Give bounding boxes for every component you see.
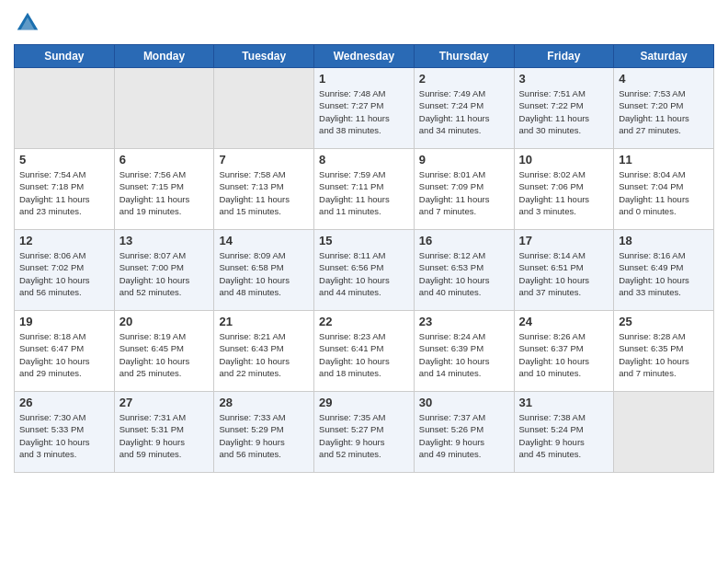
day-number: 7 bbox=[219, 153, 309, 167]
calendar-cell: 16Sunrise: 8:12 AM Sunset: 6:53 PM Dayli… bbox=[414, 230, 514, 311]
day-info: Sunrise: 8:21 AM Sunset: 6:43 PM Dayligh… bbox=[219, 330, 309, 379]
day-header-wednesday: Wednesday bbox=[314, 45, 415, 68]
day-number: 13 bbox=[119, 234, 210, 247]
week-row-2: 5Sunrise: 7:54 AM Sunset: 7:18 PM Daylig… bbox=[15, 149, 714, 230]
day-info: Sunrise: 8:19 AM Sunset: 6:45 PM Dayligh… bbox=[119, 330, 210, 379]
calendar-cell: 2Sunrise: 7:49 AM Sunset: 7:24 PM Daylig… bbox=[414, 68, 514, 149]
day-info: Sunrise: 7:56 AM Sunset: 7:15 PM Dayligh… bbox=[119, 168, 210, 217]
calendar-cell: 7Sunrise: 7:58 AM Sunset: 7:13 PM Daylig… bbox=[214, 149, 314, 230]
day-number: 27 bbox=[119, 396, 210, 409]
calendar-cell: 8Sunrise: 7:59 AM Sunset: 7:11 PM Daylig… bbox=[314, 149, 415, 230]
calendar-cell: 10Sunrise: 8:02 AM Sunset: 7:06 PM Dayli… bbox=[514, 149, 614, 230]
calendar-cell: 14Sunrise: 8:09 AM Sunset: 6:58 PM Dayli… bbox=[214, 230, 314, 311]
calendar-cell: 3Sunrise: 7:51 AM Sunset: 7:22 PM Daylig… bbox=[514, 68, 614, 149]
day-number: 4 bbox=[619, 72, 709, 86]
day-info: Sunrise: 7:30 AM Sunset: 5:33 PM Dayligh… bbox=[19, 411, 109, 460]
day-number: 31 bbox=[519, 396, 609, 409]
day-info: Sunrise: 8:18 AM Sunset: 6:47 PM Dayligh… bbox=[19, 330, 109, 379]
day-info: Sunrise: 7:53 AM Sunset: 7:20 PM Dayligh… bbox=[619, 87, 709, 136]
day-number: 22 bbox=[319, 315, 409, 328]
calendar-container: SundayMondayTuesdayWednesdayThursdayFrid… bbox=[0, 0, 728, 482]
week-row-4: 19Sunrise: 8:18 AM Sunset: 6:47 PM Dayli… bbox=[15, 311, 714, 392]
calendar-cell: 12Sunrise: 8:06 AM Sunset: 7:02 PM Dayli… bbox=[15, 230, 115, 311]
day-info: Sunrise: 8:07 AM Sunset: 7:00 PM Dayligh… bbox=[119, 249, 210, 298]
day-number: 3 bbox=[519, 72, 609, 86]
calendar-cell: 23Sunrise: 8:24 AM Sunset: 6:39 PM Dayli… bbox=[414, 311, 514, 392]
day-info: Sunrise: 8:24 AM Sunset: 6:39 PM Dayligh… bbox=[419, 330, 509, 379]
day-number: 11 bbox=[619, 153, 709, 167]
day-info: Sunrise: 8:01 AM Sunset: 7:09 PM Dayligh… bbox=[419, 168, 509, 217]
day-info: Sunrise: 7:54 AM Sunset: 7:18 PM Dayligh… bbox=[19, 168, 109, 217]
day-number: 15 bbox=[319, 234, 409, 247]
calendar-cell: 6Sunrise: 7:56 AM Sunset: 7:15 PM Daylig… bbox=[114, 149, 214, 230]
calendar-cell: 20Sunrise: 8:19 AM Sunset: 6:45 PM Dayli… bbox=[114, 311, 214, 392]
day-number: 2 bbox=[419, 72, 509, 86]
day-number: 18 bbox=[619, 234, 709, 247]
day-number: 19 bbox=[19, 315, 109, 328]
day-number: 17 bbox=[519, 234, 609, 247]
day-number: 16 bbox=[419, 234, 509, 247]
calendar-cell: 17Sunrise: 8:14 AM Sunset: 6:51 PM Dayli… bbox=[514, 230, 614, 311]
calendar-cell: 15Sunrise: 8:11 AM Sunset: 6:56 PM Dayli… bbox=[314, 230, 415, 311]
calendar-cell: 22Sunrise: 8:23 AM Sunset: 6:41 PM Dayli… bbox=[314, 311, 415, 392]
day-info: Sunrise: 7:51 AM Sunset: 7:22 PM Dayligh… bbox=[519, 87, 609, 136]
day-number: 21 bbox=[219, 315, 309, 328]
day-info: Sunrise: 8:02 AM Sunset: 7:06 PM Dayligh… bbox=[519, 168, 609, 217]
day-number: 1 bbox=[319, 72, 409, 86]
day-header-tuesday: Tuesday bbox=[214, 45, 314, 68]
day-number: 6 bbox=[119, 153, 210, 167]
calendar-cell: 21Sunrise: 8:21 AM Sunset: 6:43 PM Dayli… bbox=[214, 311, 314, 392]
calendar-cell: 27Sunrise: 7:31 AM Sunset: 5:31 PM Dayli… bbox=[114, 392, 214, 473]
day-number: 30 bbox=[419, 396, 509, 409]
day-number: 28 bbox=[219, 396, 309, 409]
day-info: Sunrise: 7:37 AM Sunset: 5:26 PM Dayligh… bbox=[419, 411, 509, 460]
calendar-cell bbox=[614, 392, 714, 473]
day-info: Sunrise: 7:38 AM Sunset: 5:24 PM Dayligh… bbox=[519, 411, 609, 460]
day-info: Sunrise: 7:31 AM Sunset: 5:31 PM Dayligh… bbox=[119, 411, 210, 460]
calendar-cell: 26Sunrise: 7:30 AM Sunset: 5:33 PM Dayli… bbox=[15, 392, 115, 473]
day-info: Sunrise: 7:49 AM Sunset: 7:24 PM Dayligh… bbox=[419, 87, 509, 136]
day-number: 10 bbox=[519, 153, 609, 167]
day-number: 23 bbox=[419, 315, 509, 328]
calendar-cell: 29Sunrise: 7:35 AM Sunset: 5:27 PM Dayli… bbox=[314, 392, 415, 473]
day-info: Sunrise: 8:09 AM Sunset: 6:58 PM Dayligh… bbox=[219, 249, 309, 298]
calendar-cell: 13Sunrise: 8:07 AM Sunset: 7:00 PM Dayli… bbox=[114, 230, 214, 311]
day-info: Sunrise: 8:12 AM Sunset: 6:53 PM Dayligh… bbox=[419, 249, 509, 298]
calendar-cell: 24Sunrise: 8:26 AM Sunset: 6:37 PM Dayli… bbox=[514, 311, 614, 392]
day-number: 29 bbox=[319, 396, 409, 409]
calendar-cell bbox=[114, 68, 214, 149]
day-info: Sunrise: 8:14 AM Sunset: 6:51 PM Dayligh… bbox=[519, 249, 609, 298]
day-info: Sunrise: 7:58 AM Sunset: 7:13 PM Dayligh… bbox=[219, 168, 309, 217]
calendar-cell: 11Sunrise: 8:04 AM Sunset: 7:04 PM Dayli… bbox=[614, 149, 714, 230]
header bbox=[14, 9, 714, 37]
days-header-row: SundayMondayTuesdayWednesdayThursdayFrid… bbox=[15, 45, 714, 68]
logo-icon bbox=[14, 9, 41, 37]
day-number: 8 bbox=[319, 153, 409, 167]
day-info: Sunrise: 7:48 AM Sunset: 7:27 PM Dayligh… bbox=[319, 87, 409, 136]
calendar-cell: 19Sunrise: 8:18 AM Sunset: 6:47 PM Dayli… bbox=[15, 311, 115, 392]
day-number: 9 bbox=[419, 153, 509, 167]
day-number: 25 bbox=[619, 315, 709, 328]
day-header-sunday: Sunday bbox=[15, 45, 115, 68]
day-header-saturday: Saturday bbox=[614, 45, 714, 68]
day-info: Sunrise: 8:16 AM Sunset: 6:49 PM Dayligh… bbox=[619, 249, 709, 298]
calendar-cell: 31Sunrise: 7:38 AM Sunset: 5:24 PM Dayli… bbox=[514, 392, 614, 473]
day-info: Sunrise: 8:28 AM Sunset: 6:35 PM Dayligh… bbox=[619, 330, 709, 379]
calendar-cell: 30Sunrise: 7:37 AM Sunset: 5:26 PM Dayli… bbox=[414, 392, 514, 473]
calendar-cell: 25Sunrise: 8:28 AM Sunset: 6:35 PM Dayli… bbox=[614, 311, 714, 392]
week-row-3: 12Sunrise: 8:06 AM Sunset: 7:02 PM Dayli… bbox=[15, 230, 714, 311]
calendar-cell bbox=[214, 68, 314, 149]
day-header-thursday: Thursday bbox=[414, 45, 514, 68]
day-info: Sunrise: 7:35 AM Sunset: 5:27 PM Dayligh… bbox=[319, 411, 409, 460]
day-header-friday: Friday bbox=[514, 45, 614, 68]
day-info: Sunrise: 8:11 AM Sunset: 6:56 PM Dayligh… bbox=[319, 249, 409, 298]
day-info: Sunrise: 7:33 AM Sunset: 5:29 PM Dayligh… bbox=[219, 411, 309, 460]
week-row-5: 26Sunrise: 7:30 AM Sunset: 5:33 PM Dayli… bbox=[15, 392, 714, 473]
day-info: Sunrise: 7:59 AM Sunset: 7:11 PM Dayligh… bbox=[319, 168, 409, 217]
week-row-1: 1Sunrise: 7:48 AM Sunset: 7:27 PM Daylig… bbox=[15, 68, 714, 149]
calendar-cell: 4Sunrise: 7:53 AM Sunset: 7:20 PM Daylig… bbox=[614, 68, 714, 149]
calendar-cell: 5Sunrise: 7:54 AM Sunset: 7:18 PM Daylig… bbox=[15, 149, 115, 230]
day-number: 20 bbox=[119, 315, 210, 328]
calendar-cell bbox=[15, 68, 115, 149]
day-info: Sunrise: 8:23 AM Sunset: 6:41 PM Dayligh… bbox=[319, 330, 409, 379]
